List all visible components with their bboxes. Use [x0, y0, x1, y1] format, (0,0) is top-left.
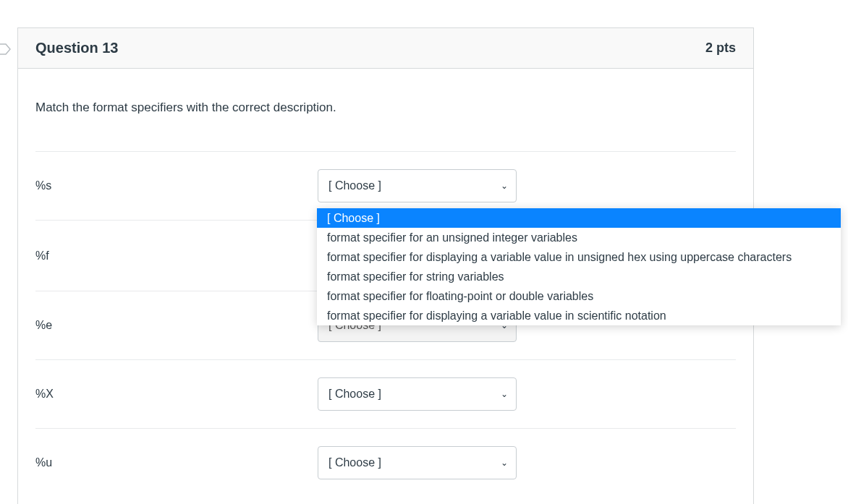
match-label: %e: [35, 319, 318, 332]
question-title: Question 13: [35, 40, 118, 56]
question-prompt: Match the format specifiers with the cor…: [35, 101, 736, 115]
dropdown-option[interactable]: format specifier for displaying a variab…: [317, 306, 841, 325]
match-select[interactable]: [ Choose ]: [318, 446, 517, 479]
match-label: %u: [35, 456, 318, 469]
dropdown-option[interactable]: format specifier for an unsigned integer…: [317, 228, 841, 247]
select-wrap: [ Choose ] ⌄: [318, 377, 517, 411]
question-points: 2 pts: [705, 40, 736, 56]
dropdown-option[interactable]: format specifier for displaying a variab…: [317, 247, 841, 267]
question-marker-icon: [0, 42, 12, 56]
match-row: %X [ Choose ] ⌄: [35, 359, 736, 428]
dropdown-option[interactable]: [ Choose ]: [317, 208, 841, 228]
dropdown-panel: [ Choose ] format specifier for an unsig…: [317, 208, 841, 325]
match-row: %u [ Choose ] ⌄: [35, 428, 736, 497]
match-label: %f: [35, 249, 318, 262]
dropdown-option[interactable]: format specifier for string variables: [317, 267, 841, 286]
select-wrap: [ Choose ] ⌄: [318, 169, 517, 202]
question-header: Question 13 2 pts: [18, 28, 753, 69]
match-select[interactable]: [ Choose ]: [318, 169, 517, 202]
match-label: %s: [35, 179, 318, 192]
match-select[interactable]: [ Choose ]: [318, 377, 517, 411]
dropdown-option[interactable]: format specifier for floating-point or d…: [317, 286, 841, 306]
select-wrap: [ Choose ] ⌄: [318, 446, 517, 479]
page-container: Question 13 2 pts Match the format speci…: [0, 0, 848, 504]
match-label: %X: [35, 388, 318, 401]
